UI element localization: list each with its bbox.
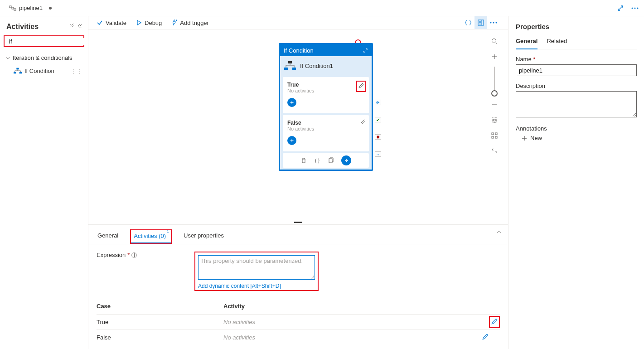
tab-bar: pipeline1 [0, 0, 644, 16]
properties-toggle-icon[interactable] [475, 16, 487, 29]
node-expand-icon[interactable] [363, 48, 368, 53]
expand-icon[interactable] [615, 3, 626, 14]
sidebar-title: Activities [6, 23, 39, 31]
svg-rect-24 [495, 136, 497, 138]
zoom-out-icon[interactable] [488, 98, 501, 111]
activity-search-input[interactable] [9, 38, 85, 45]
pipeline-icon [9, 5, 16, 12]
activity-column-header: Activity [223, 303, 245, 310]
if-condition-icon [284, 61, 296, 71]
node-title-text: If Condition1 [300, 63, 333, 69]
connector-skip[interactable]: → [375, 151, 381, 157]
properties-tab-related[interactable]: Related [547, 37, 567, 49]
svg-point-11 [490, 22, 492, 24]
connector-success[interactable]: ✔ [375, 117, 381, 122]
svg-rect-14 [288, 61, 292, 63]
tab-general[interactable]: General [97, 229, 119, 244]
properties-pane: Properties General Related Name * Descri… [508, 16, 644, 349]
pipeline-toolbar: Validate Debug Add trigger [88, 16, 508, 29]
svg-rect-15 [284, 68, 288, 70]
svg-rect-16 [292, 68, 296, 70]
edit-false-case-button[interactable] [482, 333, 500, 342]
node-json-icon[interactable] [314, 157, 320, 164]
description-label: Description [516, 82, 637, 89]
case-row-true: True No activities [97, 314, 500, 330]
expression-label: Expression * i [97, 252, 187, 258]
svg-rect-22 [495, 133, 497, 135]
drag-grip-icon: ⋮⋮ [71, 68, 82, 74]
connector-fail[interactable]: ✖ [375, 134, 381, 140]
chevron-down-icon [5, 56, 10, 60]
add-false-activity-button[interactable]: + [287, 136, 296, 145]
activity-search[interactable] [4, 35, 84, 47]
add-trigger-button[interactable]: Add trigger [171, 19, 209, 26]
edit-true-case-button[interactable] [489, 316, 500, 328]
pipeline-tab[interactable]: pipeline1 [4, 0, 57, 16]
expression-input[interactable] [198, 255, 315, 280]
description-input[interactable] [516, 91, 637, 117]
zoom-thumb[interactable] [491, 90, 498, 97]
svg-point-5 [637, 7, 639, 9]
fullscreen-collapse-icon[interactable] [488, 145, 501, 157]
svg-rect-2 [12, 7, 14, 9]
svg-rect-20 [494, 119, 495, 121]
svg-point-4 [634, 7, 636, 9]
connector-info[interactable] [375, 100, 381, 105]
tree-group-iteration[interactable]: Iteration & conditionals [4, 52, 84, 64]
node-run-icon[interactable] [341, 155, 351, 165]
edit-true-branch-button[interactable] [356, 81, 366, 92]
tab-activities[interactable]: Activities (0)1 [130, 229, 172, 244]
json-view-icon[interactable] [462, 16, 475, 29]
copy-node-icon[interactable] [328, 157, 334, 164]
activities-sidebar: Activities Iteration & conditionals If C… [0, 16, 88, 349]
name-label: Name * [516, 56, 637, 63]
add-true-activity-button[interactable]: + [287, 98, 296, 107]
collapse-panel-icon[interactable] [496, 229, 502, 236]
case-row-false: False No activities [97, 330, 500, 345]
edit-false-branch-button[interactable] [360, 119, 366, 126]
svg-rect-7 [16, 68, 19, 70]
tab-title: pipeline1 [19, 5, 43, 11]
zoom-slider[interactable] [494, 67, 495, 95]
more-icon[interactable] [629, 3, 640, 14]
tab-user-properties[interactable]: User properties [183, 229, 225, 244]
false-branch: False No activities + [283, 115, 369, 151]
svg-point-13 [496, 22, 497, 24]
pipeline-canvas[interactable]: If Condition If Condition1 True No activ… [88, 29, 508, 224]
collapse-all-icon[interactable] [69, 23, 74, 31]
svg-rect-21 [492, 133, 494, 135]
layout-icon[interactable] [488, 129, 501, 142]
collapse-sidebar-icon[interactable] [76, 23, 82, 31]
properties-tab-general[interactable]: General [516, 37, 537, 49]
add-annotation-button[interactable]: New [521, 135, 637, 141]
zoom-in-icon[interactable] [488, 50, 501, 63]
if-condition-node[interactable]: If Condition If Condition1 True No activ… [279, 43, 373, 171]
canvas-search-icon[interactable] [488, 35, 501, 48]
svg-point-18 [492, 39, 496, 43]
svg-rect-1 [14, 9, 16, 10]
add-dynamic-content-link[interactable]: Add dynamic content [Alt+Shift+D] [198, 283, 281, 289]
svg-rect-17 [329, 159, 332, 163]
tree-item-label: If Condition [24, 68, 54, 74]
name-input[interactable] [516, 64, 637, 76]
node-connectors: ✔ ✖ → [375, 100, 381, 157]
validate-button[interactable]: Validate [97, 19, 126, 26]
svg-rect-19 [492, 118, 497, 122]
if-condition-icon [14, 67, 22, 75]
dirty-indicator-icon [49, 7, 52, 10]
toolbar-more-icon[interactable] [487, 16, 500, 29]
info-icon[interactable]: i [131, 252, 137, 258]
delete-node-icon[interactable] [300, 157, 307, 164]
canvas-tools [487, 35, 502, 157]
panel-resize-handle[interactable] [294, 222, 302, 223]
tree-group-label: Iteration & conditionals [13, 54, 73, 61]
annotations-label: Annotations [516, 125, 637, 132]
true-branch: True No activities + [283, 77, 369, 113]
svg-point-12 [493, 22, 494, 24]
fit-screen-icon[interactable] [488, 114, 501, 126]
tree-item-if-condition[interactable]: If Condition ⋮⋮ [4, 64, 84, 78]
debug-button[interactable]: Debug [136, 19, 162, 26]
svg-rect-23 [492, 136, 494, 138]
svg-point-3 [632, 7, 633, 9]
case-column-header: Case [97, 303, 223, 310]
